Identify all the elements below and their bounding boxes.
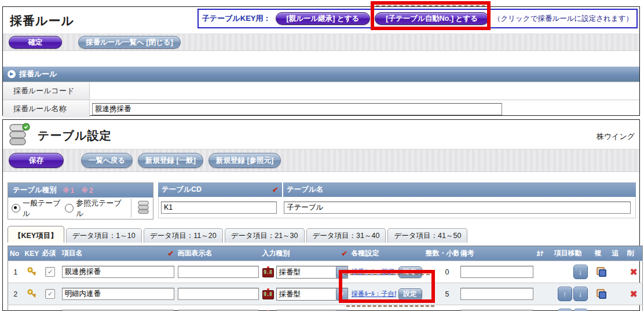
rule-name-value-cell (90, 103, 639, 115)
spacer (3, 172, 639, 182)
rule-code-label: 採番ルールコード (3, 82, 90, 100)
parent-rule-inherit-button[interactable]: [親ルール継承] とする (276, 12, 371, 25)
table-row: 2 ✓ 9.8採番型∨ 採番ﾙｰﾙ：子自No.設定 5 ↑↓ ✖ (8, 283, 643, 305)
required-checkbox[interactable]: ✓ (45, 267, 55, 277)
confirm-button[interactable]: 確定 (9, 36, 62, 49)
new-reference-button[interactable]: 新規登録 [参照元] (208, 153, 281, 168)
new-general-button[interactable]: 新規登録 [一般] (138, 153, 203, 168)
general-table-radio-label: 一般テーブル (23, 198, 63, 219)
note-input[interactable] (460, 288, 533, 300)
child-table-auto-no-button[interactable]: [子テーブル自動No.] とする (375, 12, 489, 25)
tab-data-items-1-10[interactable]: データ項目：1～10 (66, 228, 142, 243)
company-name: 株ウイング (597, 131, 635, 142)
table-settings-header-row: テーブル設定 株ウイング (3, 120, 639, 149)
setting-button[interactable]: 設定 (398, 266, 422, 278)
row-number: 1 (8, 261, 23, 283)
table-cd-input[interactable] (161, 202, 277, 214)
table-name-header-cell: テーブル名 (283, 182, 636, 197)
numbering-rule-link[interactable]: 採番ﾙｰﾙ：子自No. (352, 290, 396, 298)
move-down-button[interactable]: ↓ (573, 309, 588, 311)
kana-cell (535, 283, 552, 305)
move-down-button[interactable]: ↓ (573, 265, 588, 279)
rule-name-label: 採番ルール名称 (3, 100, 90, 118)
display-name-input[interactable] (178, 288, 259, 300)
rule-name-input[interactable] (92, 103, 502, 115)
table-row: 1 ✓ 9.8採番型∨ 採番ﾙｰﾙ：親継承設定 0 ↑↓ ✖ (8, 261, 643, 283)
row-number: 2 (8, 283, 23, 305)
input-type-value: 採番型 (277, 266, 336, 278)
tab-key-items[interactable]: 【KEY項目】 (8, 226, 64, 243)
col-key: KEY (23, 246, 41, 261)
col-input-type-label: 入力種別 (262, 248, 290, 258)
kana-cell (535, 261, 552, 283)
page-title-table-settings: テーブル設定 (38, 128, 111, 144)
play-icon: ▶ (8, 70, 16, 78)
tab-data-items-31-40[interactable]: データ項目：31～40 (306, 228, 386, 243)
copy-icon[interactable] (596, 288, 607, 299)
digits-value: 0 (424, 261, 459, 283)
table-name-input[interactable] (284, 202, 631, 214)
table-cd-name-body (158, 197, 636, 218)
append-cell (610, 305, 625, 311)
col-append: 追 (610, 246, 625, 261)
row-number: 3 (8, 305, 23, 311)
numbering-rule-header-row: 採番ルール 子テーブルKEY用： [親ルール継承] とする [子テーブル自動No… (3, 7, 639, 34)
append-cell (610, 261, 625, 283)
copy-icon[interactable] (596, 266, 607, 277)
col-settings: 各種設定 (350, 246, 424, 261)
table-cd-header-cell: テーブルCD ✔ (158, 182, 283, 197)
table-name-label: テーブル名 (287, 185, 323, 195)
col-item-name-label: 項目名 (62, 248, 83, 258)
item-name-input[interactable] (62, 266, 174, 278)
save-button[interactable]: 保存 (9, 153, 64, 168)
digits-value: 5 (424, 283, 459, 305)
note-input[interactable] (460, 266, 533, 278)
tab-data-items-41-50[interactable]: データ項目：41～50 (387, 228, 467, 243)
screenshot-root: 採番ルール 子テーブルKEY用： [親ルール継承] とする [子テーブル自動No… (0, 0, 644, 311)
child-table-key-box: 子テーブルKEY用： [親ルール継承] とする [子テーブル自動No.] とする… (197, 9, 638, 28)
input-type-select[interactable]: 採番型∨ (276, 288, 348, 301)
spacer (3, 219, 639, 226)
input-type-select[interactable]: 採番型∨ (276, 266, 348, 279)
table-settings-toolbar: 保存 一覧へ戻る 新規登録 [一般] 新規登録 [参照元] (3, 149, 639, 172)
numbering-rule-panel: 採番ルール 子テーブルKEY用： [親ルール継承] とする [子テーブル自動No… (2, 6, 640, 116)
delete-icon[interactable]: ✖ (630, 267, 638, 277)
digits-value (424, 305, 459, 311)
required-check-icon: ✔ (342, 249, 348, 258)
display-name-input[interactable] (178, 266, 259, 278)
table-type-box: テーブル種別 ※1 ※2 一般テーブル 参照元テーブル (8, 182, 153, 219)
table-info-row: テーブル種別 ※1 ※2 一般テーブル 参照元テーブル (3, 182, 639, 219)
col-digits: 整数・小数 (424, 246, 459, 261)
tab-data-items-21-30[interactable]: データ項目：21～30 (225, 228, 305, 243)
reference-table-radio[interactable] (65, 204, 74, 213)
numeric-type-icon: 9.8 (262, 268, 274, 277)
move-up-button[interactable]: ↑ (558, 287, 572, 301)
close-list-button[interactable]: 採番ルール一覧へ [閉じる] (78, 36, 181, 49)
back-to-list-button[interactable]: 一覧へ戻る (81, 153, 133, 168)
move-down-button[interactable]: ↓ (573, 287, 588, 301)
table-type-label: テーブル種別 (13, 185, 57, 195)
table-type-body: 一般テーブル 参照元テーブル (8, 197, 153, 219)
col-copy: 複 (593, 246, 610, 261)
move-up-button[interactable]: ↑ (558, 309, 572, 311)
col-no: No (8, 246, 23, 261)
key-icon (27, 292, 36, 300)
numbering-rule-link[interactable]: 採番ﾙｰﾙ：親継承 (352, 268, 396, 276)
setting-button[interactable]: 設定 (398, 288, 422, 300)
required-check-icon: ✔ (272, 185, 279, 194)
database-check-icon (9, 123, 31, 148)
child-table-key-label: 子テーブルKEY用： (202, 13, 271, 24)
item-name-input[interactable] (62, 288, 174, 300)
chevron-down-icon: ∨ (336, 288, 347, 300)
col-required: 必須 (41, 246, 60, 261)
numbering-rule-toolbar: 確定 採番ルール一覧へ [閉じる] (3, 34, 639, 51)
table-type-header: テーブル種別 ※1 ※2 (8, 183, 153, 197)
general-table-radio[interactable] (12, 204, 20, 213)
col-note: 備考 (459, 246, 535, 261)
required-checkbox[interactable]: ✓ (45, 289, 55, 299)
tab-data-items-11-20[interactable]: データ項目：11～20 (144, 228, 223, 243)
rule-name-row: 採番ルール名称 (3, 100, 639, 118)
rule-code-row: 採番ルールコード (3, 82, 639, 100)
delete-icon[interactable]: ✖ (630, 289, 638, 299)
numeric-type-icon: 9.8 (262, 290, 274, 299)
